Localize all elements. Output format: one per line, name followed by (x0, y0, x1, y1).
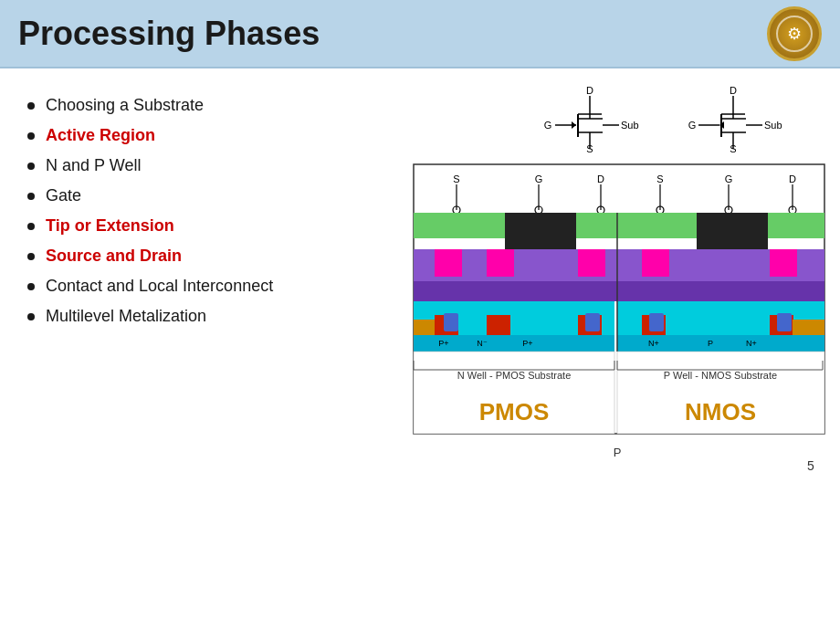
nmos-p: P (707, 339, 712, 348)
nwell-label: N Well - PMOS Substrate (457, 370, 571, 381)
bullet-dot-6 (27, 283, 35, 290)
bullet-text-0: Choosing a Substrate (46, 96, 204, 115)
nmos-n-plus-1: N+ (648, 339, 659, 348)
svg-rect-36 (505, 213, 576, 249)
bullet-item-0: Choosing a Substrate (27, 96, 379, 115)
nmos-cs-g: G (724, 173, 732, 184)
bullet-text-6: Contact and Local Interconnect (46, 277, 273, 296)
bullet-text-2: N and P Well (46, 156, 141, 175)
pwell-label: P Well - NMOS Substrate (663, 370, 776, 381)
bullet-dot-7 (27, 313, 35, 320)
svg-rect-58 (777, 313, 792, 331)
diagram-container: D G (409, 78, 829, 589)
pmos-cs-g: G (534, 173, 542, 184)
page-title: Processing Phases (18, 15, 320, 53)
p-substrate-label: P (613, 446, 621, 459)
bullet-item-4: Tip or Extension (27, 216, 379, 236)
svg-marker-3 (572, 121, 576, 129)
pmos-n-minus: N⁻ (477, 339, 488, 348)
svg-rect-50 (487, 315, 510, 335)
bullet-dot-1 (27, 132, 35, 140)
bullet-item-2: N and P Well (27, 156, 379, 175)
nmos-cs-s: S (656, 173, 663, 184)
main-diagram-svg: D G (409, 78, 829, 589)
bullet-text-3: Gate (46, 186, 81, 205)
svg-rect-56 (585, 313, 600, 331)
bullet-item-1: Active Region (27, 126, 379, 145)
svg-rect-40 (487, 249, 514, 277)
bullet-text-1: Active Region (46, 126, 155, 145)
bullet-list: Choosing a SubstrateActive RegionN and P… (27, 96, 379, 337)
bullet-dot-5 (27, 253, 35, 260)
pmos-cs-d: D (597, 173, 604, 184)
university-logo: ⚙ (767, 6, 822, 61)
pmos-sub-label: Sub (621, 120, 639, 131)
svg-rect-42 (642, 249, 669, 277)
bullet-item-6: Contact and Local Interconnect (27, 277, 379, 296)
bullet-dot-3 (27, 193, 35, 200)
pmos-g-label: G (543, 120, 551, 131)
svg-rect-43 (770, 249, 797, 277)
svg-rect-41 (578, 249, 605, 277)
pmos-d-top: D (586, 85, 593, 96)
bullet-text-7: Multilevel Metalization (46, 307, 206, 326)
pmos-p-plus-2: P+ (522, 339, 532, 348)
bullet-dot-4 (27, 223, 35, 230)
bullet-item-5: Source and Drain (27, 247, 379, 266)
nmos-text: NMOS (685, 398, 756, 425)
nmos-sub-label: Sub (764, 120, 782, 131)
bullet-dot-2 (27, 163, 35, 170)
pmos-text: PMOS (478, 398, 549, 425)
main-content: Choosing a SubstrateActive RegionN and P… (0, 68, 840, 630)
nmos-n-plus-2: N+ (746, 339, 757, 348)
bullet-text-4: Tip or Extension (46, 216, 174, 236)
svg-rect-55 (444, 313, 458, 331)
bullet-text-5: Source and Drain (46, 247, 182, 266)
pmos-p-plus-1: P+ (438, 339, 448, 348)
svg-rect-39 (435, 249, 462, 277)
page-number: 5 (807, 458, 814, 473)
svg-rect-37 (697, 213, 768, 249)
bullet-dot-0 (27, 102, 35, 110)
pmos-cs-s: S (453, 173, 459, 184)
nmos-cs-d: D (789, 173, 796, 184)
logo-inner: ⚙ (776, 16, 813, 52)
bullet-item-7: Multilevel Metalization (27, 307, 379, 326)
left-panel: Choosing a SubstrateActive RegionN and P… (0, 68, 397, 630)
header: Processing Phases ⚙ (0, 0, 840, 68)
nmos-d-top: D (730, 85, 737, 96)
svg-rect-38 (414, 249, 824, 281)
bullet-item-3: Gate (27, 186, 379, 205)
nmos-g-label: G (688, 120, 696, 131)
svg-rect-44 (414, 281, 824, 301)
svg-rect-57 (649, 313, 664, 331)
right-panel: D G (397, 68, 840, 630)
